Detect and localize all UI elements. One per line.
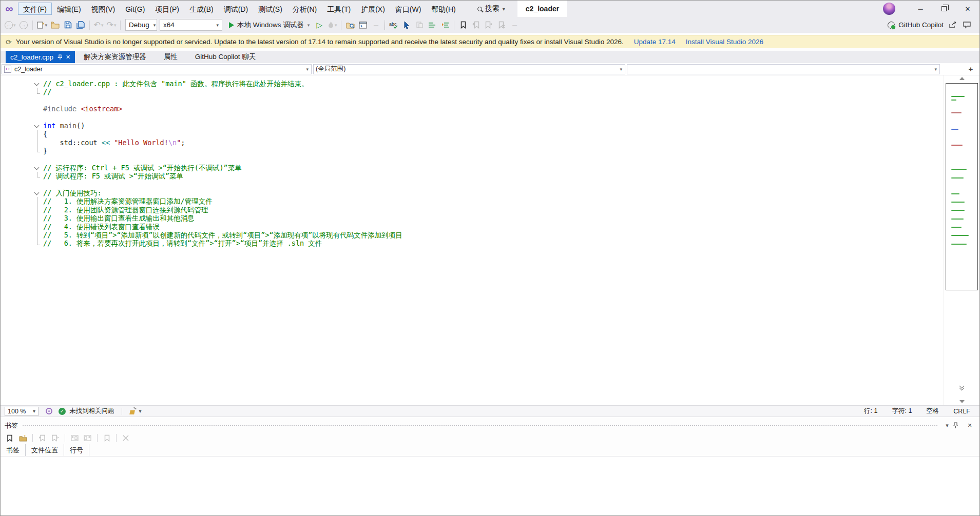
find-in-files-button[interactable] [344,19,356,31]
code-line[interactable]: // 1. 使用解决方案资源管理器窗口添加/管理文件 [1,197,944,205]
previous-bookmark-button[interactable] [470,19,482,31]
panel-tab[interactable]: 书签 [1,444,26,456]
code-line[interactable]: // 3. 使用输出窗口查看生成输出和其他消息 [1,214,944,222]
fold-collapse-icon[interactable] [32,122,43,130]
panel-drag-handle[interactable] [22,424,937,427]
next-bookmark-button[interactable] [49,432,62,444]
scroll-down-icon[interactable] [959,400,965,403]
code-line[interactable]: int main() [1,122,944,130]
spell-check-button[interactable]: abc [388,19,400,31]
indent-decrease-button[interactable] [426,19,438,31]
menu-item[interactable]: 项目(P) [150,3,184,15]
code-cleanup-icon[interactable] [129,408,137,415]
code-line[interactable]: } [1,147,944,155]
open-file-button[interactable] [49,19,61,31]
undo-button[interactable]: ↶▾ [92,19,105,31]
code-editor[interactable]: // c2_loader.cpp : 此文件包含 "main" 函数。程序执行将… [1,75,979,405]
disable-bookmark-button[interactable] [101,432,113,444]
code-line[interactable]: // 运行程序: Ctrl + F5 或调试 >“开始执行(不调试)”菜单 [1,164,944,172]
menu-item[interactable]: 帮助(H) [426,3,460,15]
intellisense-status-icon[interactable] [46,408,52,414]
restore-button[interactable] [932,1,956,17]
menu-item[interactable]: 测试(S) [253,3,287,15]
previous-bookmark-in-folder-button[interactable] [68,432,81,444]
command-window-button[interactable] [357,19,369,31]
feedback-button[interactable] [963,21,971,29]
menu-item[interactable]: 分析(N) [287,3,322,15]
solution-config-select[interactable]: Debug▾ [125,19,157,31]
github-copilot-button[interactable]: GitHub Copilot [888,21,944,29]
fold-collapse-icon[interactable] [32,164,43,172]
close-button[interactable]: ✕ [956,1,979,17]
code-line[interactable]: // 4. 使用错误列表窗口查看错误 [1,223,944,231]
code-line[interactable]: // c2_loader.cpp : 此文件包含 "main" 函数。程序执行将… [1,80,944,88]
toolbar-overflow-button[interactable]: — [508,19,521,31]
menu-item[interactable]: Git(G) [120,3,150,15]
code-line[interactable] [1,155,944,164]
panel-tab[interactable]: 文件位置 [26,444,64,456]
indent-increase-button[interactable] [439,19,451,31]
redo-button[interactable]: ↷▾ [105,19,118,31]
hot-reload-button[interactable]: ▾ [326,19,338,31]
toggle-bookmark-button[interactable] [457,19,469,31]
project-scope-select[interactable]: ++ c2_loader ▾ [2,64,312,74]
share-button[interactable] [949,21,957,29]
menu-item[interactable]: 窗口(W) [390,3,427,15]
document-tab[interactable]: 解决方案资源管理器 [79,51,151,63]
panel-tab[interactable]: 行号 [64,444,89,456]
solution-platform-select[interactable]: x64▾ [160,19,222,31]
search-control[interactable]: 搜索 ▾ [473,2,509,15]
code-region[interactable]: // c2_loader.cpp : 此文件包含 "main" 函数。程序执行将… [1,75,944,405]
code-line[interactable] [1,96,944,105]
spaces-indicator[interactable]: 空格 [926,407,939,415]
chevron-down-icon[interactable]: ▾ [139,408,142,414]
user-avatar[interactable] [883,3,895,15]
member-scope-select[interactable]: ▾ [627,64,940,74]
menu-item[interactable]: 工具(T) [322,3,356,15]
start-without-debugging-button[interactable]: ▷ [313,19,325,31]
toolbar-overflow-button[interactable]: — [370,19,382,31]
menu-item[interactable]: 视图(V) [86,3,121,15]
code-line[interactable] [1,181,944,189]
code-line[interactable]: #include <iostream> [1,105,944,113]
code-line[interactable]: // 6. 将来，若要再次打开此项目，请转到“文件”>“打开”>“项目”并选择 … [1,239,944,247]
collapse-margin-icon[interactable] [959,386,965,392]
code-line[interactable]: // [1,88,944,96]
save-all-button[interactable] [74,19,87,31]
navigate-forward-button[interactable]: → [17,19,30,31]
menu-item[interactable]: 编辑(E) [52,3,86,15]
bookmarks-panel-header[interactable]: 书签 ▾ ✕ [1,420,979,431]
code-line[interactable]: // 入门使用技巧: [1,189,944,197]
next-bookmark-button[interactable] [483,19,495,31]
minimize-button[interactable]: ─ [909,1,932,17]
navigate-to-button[interactable] [400,19,413,31]
pin-panel-button[interactable] [953,422,964,429]
block-selection-button[interactable] [413,19,426,31]
document-tab[interactable]: c2_loader.cpp✕ [6,51,75,63]
next-bookmark-in-folder-button[interactable] [82,432,94,444]
code-line[interactable] [1,113,944,122]
fold-collapse-icon[interactable] [32,189,43,197]
new-project-button[interactable]: ▾ [35,19,49,31]
menu-item[interactable]: 调试(D) [219,3,253,15]
window-position-button[interactable]: ▾ [941,422,953,429]
install-link[interactable]: Install Visual Studio 2026 [686,38,763,46]
code-line[interactable]: // 调试程序: F5 或调试 >“开始调试”菜单 [1,172,944,180]
clear-bookmarks-button[interactable] [495,19,508,31]
code-line[interactable]: // 5. 转到“项目”>“添加新项”以创建新的代码文件，或转到“项目”>“添加… [1,231,944,239]
minimap-viewport[interactable] [946,83,978,290]
code-line[interactable]: { [1,130,944,138]
save-button[interactable] [62,19,74,31]
close-panel-button[interactable]: ✕ [964,422,975,429]
minimap-scrollbar[interactable] [944,75,979,405]
fold-collapse-icon[interactable] [32,80,43,88]
start-debugging-button[interactable]: 本地 Windows 调试器 ▾ [226,19,313,31]
bookmarks-content[interactable] [1,457,979,515]
new-folder-button[interactable] [17,432,29,444]
document-tab[interactable]: 属性 [159,51,182,63]
code-line[interactable]: // 2. 使用团队资源管理器窗口连接到源代码管理 [1,206,944,214]
previous-bookmark-button[interactable] [36,432,48,444]
update-link[interactable]: Update 17.14 [634,38,676,46]
eol-indicator[interactable]: CRLF [953,408,970,415]
toggle-bookmark-button[interactable] [4,432,16,444]
